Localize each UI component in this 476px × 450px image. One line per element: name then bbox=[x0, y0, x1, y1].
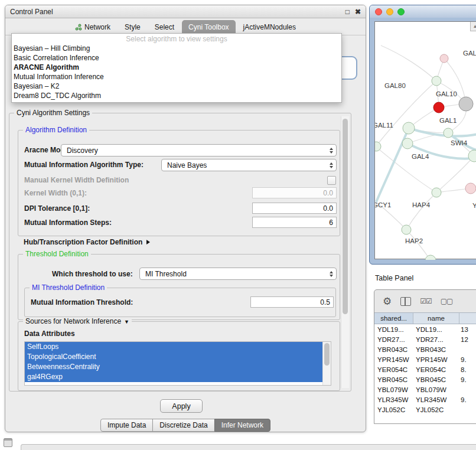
algorithm-option[interactable]: Dream8 DC_TDC Algorithm bbox=[12, 91, 341, 100]
data-attribute-item[interactable]: gal4RGexp bbox=[25, 372, 331, 382]
tab-impute-data[interactable]: Impute Data bbox=[100, 419, 153, 432]
tab-discretize-data[interactable]: Discretize Data bbox=[152, 419, 214, 432]
table-panel-toolbar: ⚙ ☑☑ ▢▢ bbox=[374, 290, 476, 312]
table-row[interactable]: YDL19...YDL19...13 bbox=[374, 324, 476, 334]
algorithm-definition-group: Algorithm Definition Aracne Mode: Discov… bbox=[18, 130, 340, 236]
network-node[interactable] bbox=[459, 97, 473, 111]
float-window-icon[interactable]: □ bbox=[345, 8, 350, 15]
table-row[interactable]: YDR27...YDR27...12 bbox=[374, 334, 476, 344]
attributes-scrollbar[interactable] bbox=[322, 342, 331, 385]
data-attribute-item[interactable]: TopologicalCoefficient bbox=[25, 352, 331, 362]
network-node[interactable] bbox=[402, 138, 413, 149]
network-node-label: GCY1 bbox=[375, 201, 391, 208]
apply-button[interactable]: Apply bbox=[160, 399, 203, 413]
table-row[interactable]: YBL079WYBL079W bbox=[374, 384, 476, 394]
column-header-shared-name[interactable]: shared... bbox=[374, 313, 413, 324]
mi-steps-field[interactable]: 6 bbox=[252, 217, 337, 228]
network-edge bbox=[406, 193, 436, 230]
algorithm-dropdown-items: Bayesian – Hill ClimbingBasic Correlatio… bbox=[12, 44, 341, 100]
algorithm-option[interactable]: ARACNE Algorithm bbox=[12, 63, 341, 72]
network-node[interactable] bbox=[402, 225, 411, 234]
table-row[interactable]: YER054CYER054C8. bbox=[374, 364, 476, 374]
kernel-width-label: Kernel Width (0,1): bbox=[24, 189, 87, 197]
sources-group-title[interactable]: Sources for Network Inference▼ bbox=[23, 317, 132, 325]
mi-threshold-field[interactable]: 0.5 bbox=[250, 296, 334, 308]
table-cell: YBL079W bbox=[413, 386, 459, 393]
network-node[interactable] bbox=[432, 188, 441, 197]
hub-tf-definition-toggle[interactable]: Hub/Transcription Factor Definition bbox=[24, 238, 150, 246]
network-node-label: HAP4 bbox=[412, 201, 431, 208]
settings-scrollbar-thumb[interactable] bbox=[343, 119, 348, 314]
table-settings-gear-icon[interactable]: ⚙ bbox=[383, 295, 392, 308]
mi-type-label: Mutual Information Algorithm Type: bbox=[24, 161, 144, 169]
column-header-cut[interactable] bbox=[459, 313, 476, 324]
table-row[interactable]: YJL052CYJL052C bbox=[374, 405, 476, 415]
network-node[interactable] bbox=[440, 54, 448, 63]
table-cell: 12 bbox=[459, 336, 476, 343]
data-attribute-item[interactable]: BetweennessCentrality bbox=[25, 362, 331, 372]
network-canvas[interactable]: GALGAL80GAL10GAL11GAL1SWI4GAL4GCY1HAP4YH… bbox=[374, 21, 476, 259]
data-attribute-item[interactable]: SelfLoops bbox=[25, 342, 331, 352]
settings-group-title: Cyni Algorithm Settings bbox=[14, 109, 92, 117]
settings-scrollbar[interactable] bbox=[341, 116, 349, 388]
mi-type-select[interactable]: Naive Bayes bbox=[161, 159, 337, 171]
tab-infer-network[interactable]: Infer Network bbox=[214, 419, 270, 432]
table-row[interactable]: YPR145WYPR145W9. bbox=[374, 354, 476, 364]
table-cell: YBR045C bbox=[413, 376, 459, 383]
network-edge bbox=[409, 128, 476, 136]
table-cell: YER054C bbox=[374, 366, 413, 373]
network-node[interactable] bbox=[403, 122, 415, 134]
select-all-rows-icon[interactable]: ☑☑ bbox=[420, 297, 432, 305]
column-browser-icon[interactable] bbox=[400, 297, 411, 306]
threshold-definition-group: Threshold Definition Which threshold to … bbox=[18, 254, 340, 320]
table-cell: 8. bbox=[459, 366, 476, 373]
dpi-tolerance-field[interactable]: 0.0 bbox=[252, 203, 337, 214]
control-panel-window: Control Panel □ ✖ Network Style Select C… bbox=[5, 5, 366, 432]
network-node[interactable] bbox=[465, 183, 476, 194]
table-cell: YBR045C bbox=[374, 376, 413, 383]
network-node[interactable] bbox=[433, 102, 444, 113]
algorithm-option[interactable]: Bayesian – K2 bbox=[12, 81, 341, 91]
network-node-label: GAL10 bbox=[436, 90, 457, 97]
kernel-width-field[interactable]: 0.0 bbox=[252, 187, 337, 198]
sources-group: Sources for Network Inference▼ Data Attr… bbox=[18, 321, 340, 391]
control-panel-titlebar[interactable]: Control Panel □ ✖ bbox=[5, 5, 366, 18]
minimized-panel-icon[interactable] bbox=[4, 438, 12, 447]
table-row[interactable]: YBR045CYBR045C9. bbox=[374, 374, 476, 384]
minimize-traffic-light-icon[interactable] bbox=[386, 8, 393, 15]
column-header-name[interactable]: name bbox=[413, 313, 459, 324]
node-table: shared... name YDL19...YDL19...13YDR27..… bbox=[374, 312, 476, 423]
aracne-mode-select[interactable]: Discovery bbox=[61, 144, 337, 156]
attributes-scrollbar-thumb[interactable] bbox=[324, 343, 330, 366]
table-panel-window: ⚙ ☑☑ ▢▢ shared... name YDL19...YDL19...1… bbox=[374, 289, 476, 424]
network-node[interactable] bbox=[444, 128, 453, 138]
close-window-icon[interactable]: ✖ bbox=[355, 8, 361, 15]
deselect-all-rows-icon[interactable]: ▢▢ bbox=[441, 297, 453, 305]
table-cell: YBR043C bbox=[413, 346, 459, 353]
network-window-titlebar[interactable] bbox=[370, 5, 476, 18]
canvas-scrollbar-stub[interactable]: ▲ bbox=[470, 22, 476, 31]
network-node-label: GAL4 bbox=[412, 153, 429, 160]
table-cell: YDL19... bbox=[413, 326, 459, 333]
mi-steps-label: Mutual Information Steps: bbox=[24, 219, 112, 227]
table-row[interactable]: YLR345WYLR345W9. bbox=[374, 394, 476, 405]
table-row[interactable]: YBR043CYBR043C bbox=[374, 344, 476, 354]
algorithm-option[interactable]: Bayesian – Hill Climbing bbox=[12, 44, 341, 53]
zoom-traffic-light-icon[interactable] bbox=[397, 8, 405, 15]
close-traffic-light-icon[interactable] bbox=[375, 8, 382, 15]
table-cell: YLR345W bbox=[413, 396, 459, 403]
table-cell: 13 bbox=[459, 326, 476, 333]
network-edge bbox=[381, 45, 436, 81]
table-cell: 9. bbox=[459, 396, 476, 403]
manual-kernel-checkbox[interactable] bbox=[327, 176, 336, 185]
which-threshold-select[interactable]: MI Threshold bbox=[139, 268, 337, 280]
algorithm-option[interactable]: Mutual Information Inference bbox=[12, 72, 341, 81]
table-cell: 9. bbox=[459, 376, 476, 383]
network-node-label: GAL bbox=[463, 50, 476, 57]
bottom-panel-edge bbox=[21, 444, 476, 450]
network-node[interactable] bbox=[425, 255, 436, 260]
network-node[interactable] bbox=[432, 76, 441, 86]
table-cell: YJL052C bbox=[374, 406, 413, 413]
window-title: Control Panel bbox=[10, 8, 53, 16]
algorithm-option[interactable]: Basic Correlation Inference bbox=[12, 53, 341, 63]
